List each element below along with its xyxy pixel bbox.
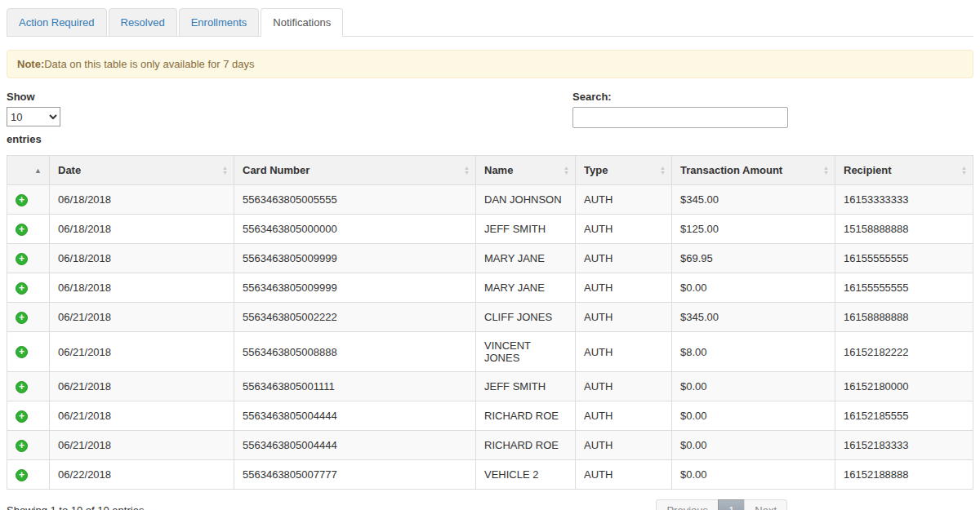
name-cell: VINCENT JONES xyxy=(476,332,576,372)
table-row: + 06/21/2018 5563463805001111 JEFF SMITH… xyxy=(7,372,973,401)
transaction-amount-cell: $125.00 xyxy=(672,215,835,244)
expand-row-icon[interactable]: + xyxy=(16,282,28,295)
entries-label: entries xyxy=(7,133,60,145)
sort-icon: ▲▼ xyxy=(961,166,967,175)
expand-cell: + xyxy=(7,372,50,401)
header-type[interactable]: Type▲▼ xyxy=(576,156,672,185)
date-cell: 06/18/2018 xyxy=(50,215,234,244)
tab-bar: Action Required Resolved Enrollments Not… xyxy=(7,8,973,37)
table-footer: Showing 1 to 10 of 10 entries Previous 1… xyxy=(7,499,973,510)
type-cell: AUTH xyxy=(576,431,672,460)
card-number-cell: 5563463805009999 xyxy=(234,273,476,303)
page-length-select[interactable]: 10 xyxy=(7,107,60,126)
date-cell: 06/18/2018 xyxy=(50,185,234,215)
date-cell: 06/22/2018 xyxy=(50,460,234,490)
table-row: + 06/21/2018 5563463805002222 CLIFF JONE… xyxy=(7,303,973,332)
table-row: + 06/22/2018 5563463805007777 VEHICLE 2 … xyxy=(7,460,973,490)
search-label: Search: xyxy=(572,91,788,103)
date-cell: 06/21/2018 xyxy=(50,401,234,431)
recipient-cell: 16152182222 xyxy=(835,332,973,372)
type-cell: AUTH xyxy=(576,244,672,273)
type-cell: AUTH xyxy=(576,401,672,431)
recipient-cell: 16152188888 xyxy=(835,460,973,490)
table-row: + 06/21/2018 5563463805004444 RICHARD RO… xyxy=(7,431,973,460)
next-page-button[interactable]: Next xyxy=(744,499,787,510)
sort-icon: ▲▼ xyxy=(564,166,569,175)
expand-row-icon[interactable]: + xyxy=(16,312,28,324)
header-date[interactable]: Date▲▼ xyxy=(50,156,234,185)
recipient-cell: 16152180000 xyxy=(835,372,973,401)
note-text: Data on this table is only available for… xyxy=(44,58,254,70)
type-cell: AUTH xyxy=(576,303,672,332)
expand-row-icon[interactable]: + xyxy=(16,346,28,358)
card-number-cell: 5563463805004444 xyxy=(234,401,476,431)
tab-enrollments[interactable]: Enrollments xyxy=(179,8,260,37)
recipient-cell: 16155555555 xyxy=(835,273,973,303)
name-cell: RICHARD ROE xyxy=(476,401,576,431)
header-transaction-amount[interactable]: Transaction Amount▲▼ xyxy=(672,156,835,185)
expand-row-icon[interactable]: + xyxy=(16,253,28,265)
transaction-amount-cell: $0.00 xyxy=(672,460,835,490)
note-banner: Note:Data on this table is only availabl… xyxy=(7,50,973,78)
notifications-page: Action Required Resolved Enrollments Not… xyxy=(0,0,980,510)
pagination: Previous 1 Next xyxy=(656,499,787,510)
expand-cell: + xyxy=(7,185,50,215)
header-expand[interactable]: ▲ xyxy=(7,156,50,185)
type-cell: AUTH xyxy=(576,372,672,401)
expand-row-icon[interactable]: + xyxy=(16,469,28,481)
expand-cell: + xyxy=(7,401,50,431)
recipient-cell: 16158888888 xyxy=(835,303,973,332)
card-number-cell: 5563463805002222 xyxy=(234,303,476,332)
card-number-cell: 5563463805004444 xyxy=(234,431,476,460)
transaction-amount-cell: $0.00 xyxy=(672,401,835,431)
name-cell: MARY JANE xyxy=(476,244,576,273)
date-cell: 06/18/2018 xyxy=(50,244,234,273)
expand-row-icon[interactable]: + xyxy=(16,224,28,236)
table-controls: Show 10 entries Search: xyxy=(7,91,973,145)
expand-cell: + xyxy=(7,244,50,273)
name-cell: JEFF SMITH xyxy=(476,215,576,244)
tab-action-required[interactable]: Action Required xyxy=(7,8,107,37)
expand-cell: + xyxy=(7,431,50,460)
expand-row-icon[interactable]: + xyxy=(16,194,28,206)
search-input[interactable] xyxy=(572,107,788,128)
table-body: + 06/18/2018 5563463805005555 DAN JOHNSO… xyxy=(7,185,973,490)
expand-row-icon[interactable]: + xyxy=(16,381,28,393)
page-1-button[interactable]: 1 xyxy=(718,499,745,510)
sort-icon: ▲▼ xyxy=(660,166,666,175)
name-cell: DAN JOHNSON xyxy=(476,185,576,215)
header-card-number[interactable]: Card Number▲▼ xyxy=(234,156,476,185)
recipient-cell: 16155555555 xyxy=(835,244,973,273)
tab-notifications[interactable]: Notifications xyxy=(261,8,343,37)
recipient-cell: 16153333333 xyxy=(835,185,973,215)
date-cell: 06/21/2018 xyxy=(50,332,234,372)
card-number-cell: 5563463805008888 xyxy=(234,332,476,372)
table-row: + 06/18/2018 5563463805005555 DAN JOHNSO… xyxy=(7,185,973,215)
table-row: + 06/21/2018 5563463805008888 VINCENT JO… xyxy=(7,332,973,372)
date-cell: 06/21/2018 xyxy=(50,372,234,401)
notifications-table: ▲ Date▲▼ Card Number▲▼ Name▲▼ Type▲▼ Tra… xyxy=(7,155,973,490)
table-row: + 06/21/2018 5563463805004444 RICHARD RO… xyxy=(7,401,973,431)
table-header: ▲ Date▲▼ Card Number▲▼ Name▲▼ Type▲▼ Tra… xyxy=(7,156,973,185)
transaction-amount-cell: $345.00 xyxy=(672,303,835,332)
previous-page-button[interactable]: Previous xyxy=(656,499,719,510)
showing-entries-info: Showing 1 to 10 of 10 entries xyxy=(7,504,144,510)
name-cell: RICHARD ROE xyxy=(476,431,576,460)
sort-icon: ▲▼ xyxy=(823,166,829,175)
search-block: Search: xyxy=(572,91,788,128)
tab-resolved[interactable]: Resolved xyxy=(109,8,177,37)
table-row: + 06/18/2018 5563463805000000 JEFF SMITH… xyxy=(7,215,973,244)
name-cell: VEHICLE 2 xyxy=(476,460,576,490)
expand-row-icon[interactable]: + xyxy=(16,440,28,452)
header-name[interactable]: Name▲▼ xyxy=(476,156,576,185)
show-label: Show xyxy=(7,91,60,103)
expand-cell: + xyxy=(7,460,50,490)
expand-cell: + xyxy=(7,332,50,372)
date-cell: 06/21/2018 xyxy=(50,431,234,460)
recipient-cell: 16152183333 xyxy=(835,431,973,460)
name-cell: MARY JANE xyxy=(476,273,576,303)
card-number-cell: 5563463805005555 xyxy=(234,185,476,215)
date-cell: 06/18/2018 xyxy=(50,273,234,303)
header-recipient[interactable]: Recipient▲▼ xyxy=(835,156,973,185)
expand-row-icon[interactable]: + xyxy=(16,410,28,423)
